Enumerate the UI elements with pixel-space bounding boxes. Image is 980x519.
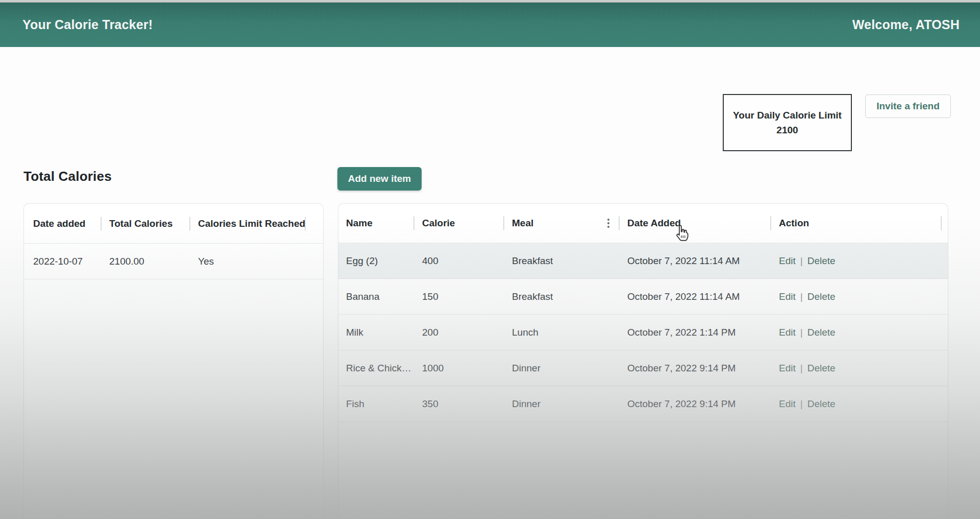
item-calorie-cell: 400 (422, 243, 512, 278)
item-action-cell: Edit|Delete (779, 315, 943, 350)
item-date-cell: October 7, 2022 9:14 PM (627, 386, 779, 421)
item-meal-cell: Lunch (512, 315, 627, 350)
item-name-cell: Rice & Chick… (346, 350, 422, 386)
delete-link[interactable]: Delete (807, 255, 836, 267)
edit-link[interactable]: Edit (779, 255, 796, 267)
item-date-cell: October 7, 2022 11:14 AM (627, 243, 779, 278)
food-items-table: Name Calorie Meal Date Added Action Egg … (338, 203, 948, 519)
add-new-item-button[interactable]: Add new item (337, 167, 422, 191)
item-meal-cell: Breakfast (512, 279, 627, 314)
summary-col-limit-reached: Calories Limit Reached (198, 204, 307, 243)
total-calories-heading: Total Calories (23, 169, 112, 184)
action-separator: | (800, 398, 803, 410)
action-separator: | (800, 363, 803, 374)
action-separator: | (800, 255, 803, 267)
app-header: Your Calorie Tracker! Welcome, ATOSH (0, 3, 980, 47)
item-calorie-cell: 200 (422, 315, 512, 350)
action-separator: | (800, 291, 803, 302)
items-table-row: Banana150BreakfastOctober 7, 2022 11:14 … (338, 279, 948, 315)
item-calorie-cell: 150 (422, 279, 512, 314)
item-name-cell: Egg (2) (346, 243, 422, 278)
items-table-row: Egg (2)400BreakfastOctober 7, 2022 11:14… (338, 243, 948, 279)
items-table-row: Fish350DinnerOctober 7, 2022 9:14 PMEdit… (338, 386, 948, 422)
edit-link[interactable]: Edit (779, 363, 796, 374)
daily-calorie-limit-value: 2100 (776, 125, 798, 136)
items-col-meal[interactable]: Meal (512, 204, 627, 243)
item-date-cell: October 7, 2022 11:14 AM (627, 279, 779, 314)
items-table-row: Rice & Chick…1000DinnerOctober 7, 2022 9… (338, 350, 948, 386)
edit-link[interactable]: Edit (779, 291, 796, 302)
item-action-cell: Edit|Delete (779, 243, 943, 278)
summary-cell: Yes (198, 244, 307, 279)
items-col-meal-label: Meal (512, 218, 533, 229)
item-action-cell: Edit|Delete (779, 386, 943, 421)
summary-table-body: 2022-10-072100.00Yes (24, 244, 323, 279)
total-calories-table: Date added Total Calories Calories Limit… (23, 203, 324, 519)
app-title: Your Calorie Tracker! (22, 17, 153, 32)
item-name-cell: Fish (346, 386, 422, 421)
item-calorie-cell: 1000 (422, 350, 512, 386)
delete-link[interactable]: Delete (807, 363, 836, 374)
daily-calorie-limit-box: Your Daily Calorie Limit 2100 (723, 94, 852, 151)
column-menu-kebab-icon[interactable] (606, 217, 611, 229)
item-date-cell: October 7, 2022 1:14 PM (627, 315, 779, 350)
summary-table-header-row: Date added Total Calories Calories Limit… (24, 204, 323, 244)
item-calorie-cell: 350 (422, 386, 512, 421)
action-separator: | (800, 327, 803, 338)
calorie-tracker-page: Your Calorie Tracker! Welcome, ATOSH You… (0, 0, 980, 519)
delete-link[interactable]: Delete (807, 327, 836, 338)
item-meal-cell: Breakfast (512, 243, 627, 278)
summary-col-date-added: Date added (33, 204, 109, 243)
item-meal-cell: Dinner (512, 350, 627, 386)
items-table-body: Egg (2)400BreakfastOctober 7, 2022 11:14… (338, 243, 948, 422)
item-name-cell: Banana (346, 279, 422, 314)
item-action-cell: Edit|Delete (779, 279, 943, 314)
summary-cell: 2022-10-07 (33, 244, 109, 279)
delete-link[interactable]: Delete (807, 291, 836, 302)
item-action-cell: Edit|Delete (779, 350, 943, 386)
summary-table-row: 2022-10-072100.00Yes (24, 244, 323, 279)
item-date-cell: October 7, 2022 9:14 PM (627, 350, 779, 386)
daily-calorie-limit-label: Your Daily Calorie Limit (733, 110, 842, 121)
mouse-cursor-pointer-icon (674, 224, 691, 243)
items-col-action: Action (779, 204, 943, 243)
items-col-date-added[interactable]: Date Added (627, 204, 779, 243)
invite-friend-button[interactable]: Invite a friend (865, 95, 951, 118)
welcome-user-label: Welcome, ATOSH (852, 17, 960, 32)
edit-link[interactable]: Edit (779, 398, 796, 410)
delete-link[interactable]: Delete (807, 398, 836, 410)
item-meal-cell: Dinner (512, 386, 627, 421)
edit-link[interactable]: Edit (779, 327, 796, 338)
summary-cell: 2100.00 (109, 244, 198, 279)
items-table-header-row: Name Calorie Meal Date Added Action (338, 204, 948, 243)
items-col-calorie[interactable]: Calorie (422, 204, 512, 243)
summary-col-total-calories: Total Calories (109, 204, 198, 243)
item-name-cell: Milk (346, 315, 422, 350)
items-col-name[interactable]: Name (346, 204, 422, 243)
items-table-row: Milk200LunchOctober 7, 2022 1:14 PMEdit|… (338, 315, 948, 350)
